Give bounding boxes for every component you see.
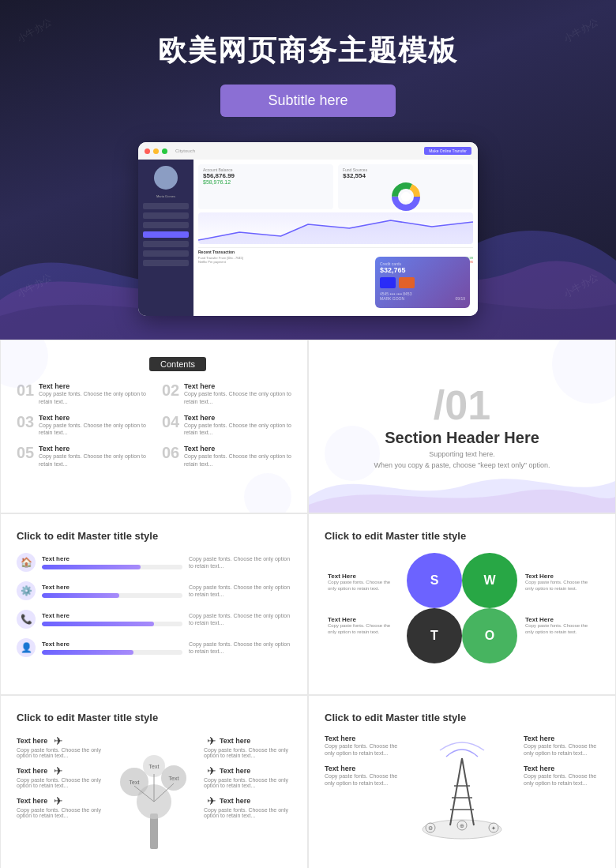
tree-left-1: Text here ✈ Copy paste fonts. Choose the…: [17, 735, 104, 758]
content-title-1: Text here: [39, 382, 146, 390]
swot-diagram: S W T O: [407, 553, 517, 663]
plane-icon-3: ✈: [54, 795, 63, 807]
slides-grid: Contents 01 Text here Copy paste fonts. …: [0, 340, 616, 868]
svg-line-18: [462, 758, 474, 825]
tree-layout: Text here ✈ Copy paste fonts. Choose the…: [17, 735, 291, 853]
person-icon: 👤: [17, 638, 36, 657]
contents-tag: Contents: [149, 357, 206, 371]
content-title-6: Text here: [184, 445, 291, 453]
subtitle-button[interactable]: Subtitle here: [220, 85, 395, 117]
bar-fill-1: [42, 565, 141, 569]
content-num-2: 02: [162, 382, 179, 406]
network-title-2: Text here: [325, 765, 400, 772]
bar-side-2: Copy paste fonts. Choose the only option…: [189, 584, 291, 598]
section-number: /01: [374, 385, 550, 426]
slide-network: Click to edit Master title style Text he…: [308, 695, 616, 868]
bar-label-3: Text here: [42, 612, 182, 619]
swot-w-title: Text Here: [525, 573, 596, 580]
bar-item-3: 📞 Text here Copy paste fonts. Choose the…: [17, 610, 291, 629]
bar-label-4: Text here: [42, 641, 182, 648]
watermark-tr: 小牛办公: [562, 15, 601, 46]
swot-label-w: Text Here Copy paste fonts. Choose the o…: [525, 573, 596, 592]
watermark-tl: 小牛办公: [15, 15, 54, 46]
bar-list: 🏠 Text here Copy paste fonts. Choose the…: [17, 553, 291, 657]
svg-text:Text: Text: [130, 780, 140, 785]
swot-area: Text Here Copy paste fonts. Choose the o…: [325, 553, 599, 663]
swot-s-letter: S: [430, 573, 439, 588]
slide-contents: Contents 01 Text here Copy paste fonts. …: [0, 340, 308, 513]
svg-text:⊕: ⊕: [460, 823, 464, 829]
bar-item-1: 🏠 Text here Copy paste fonts. Choose the…: [17, 553, 291, 572]
content-item-2: 02 Text here Copy paste fonts. Choose th…: [162, 382, 291, 406]
slide6-title: Click to edit Master title style: [17, 712, 291, 723]
swot-t-body: Copy paste fonts. Choose the only option…: [328, 623, 399, 636]
network-title-4: Text here: [524, 765, 599, 772]
bg-deco-2: [244, 473, 291, 513]
swot-label-t: Text Here Copy paste fonts. Choose the o…: [328, 616, 399, 636]
settings-icon: ⚙️: [17, 581, 36, 600]
network-item-3: Text here Copy paste fonts. Choose the o…: [524, 735, 599, 757]
swot-left-labels: Text Here Copy paste fonts. Choose the o…: [328, 573, 399, 643]
tree-left-title-1: Text here: [17, 737, 47, 745]
phone-icon: 📞: [17, 610, 36, 629]
svg-text:Text: Text: [169, 776, 179, 781]
plane-icon-5: ✈: [207, 765, 216, 777]
bar-label-2: Text here: [42, 584, 182, 591]
content-item-6: 06 Text here Copy paste fonts. Choose th…: [162, 445, 291, 468]
swot-s-title: Text Here: [328, 573, 399, 580]
bar-fill-3: [42, 622, 154, 626]
network-body-2: Copy paste fonts. Choose the only option…: [325, 772, 400, 787]
tree-right-title-3: Text here: [220, 797, 250, 805]
network-item-1: Text here Copy paste fonts. Choose the o…: [325, 735, 400, 757]
tree-left-2: Text here ✈ Copy paste fonts. Choose the…: [17, 765, 104, 788]
swot-t-letter: T: [430, 629, 438, 643]
content-body-3: Copy paste fonts. Choose the only option…: [39, 422, 146, 438]
swot-label-s: Text Here Copy paste fonts. Choose the o…: [328, 573, 399, 592]
swot-label-o: Text Here Copy paste fonts. Choose the o…: [525, 616, 596, 636]
tree-visual: Text Text Text: [111, 735, 197, 853]
contents-grid: 01 Text here Copy paste fonts. Choose th…: [17, 382, 291, 468]
supporting-text-2: When you copy & paste, choose "keep text…: [374, 461, 550, 469]
content-num-5: 05: [17, 445, 34, 468]
swot-w-circle: W: [462, 553, 517, 608]
swot-s-circle: S: [407, 553, 462, 608]
swot-o-letter: O: [485, 629, 494, 643]
tree-left-body-2: Copy paste fonts. Choose the only option…: [17, 777, 104, 788]
slide7-title: Click to edit Master title style: [325, 712, 599, 723]
hero-title: 欧美网页商务主题模板: [158, 32, 458, 70]
swot-w-letter: W: [483, 573, 495, 588]
bar-fill-4: [42, 650, 133, 655]
slide-swot: Click to edit Master title style Text He…: [308, 513, 616, 695]
bar-side-4: Copy paste fonts. Choose the only option…: [189, 641, 291, 655]
content-body-4: Copy paste fonts. Choose the only option…: [184, 422, 291, 438]
svg-line-17: [450, 758, 462, 825]
tree-right-items: ✈ Text here Copy paste fonts. Choose the…: [204, 735, 291, 825]
antenna-visual: ⚙ ✦ ⊕: [407, 735, 517, 845]
tree-left-body-1: Copy paste fonts. Choose the only option…: [17, 747, 104, 758]
content-title-4: Text here: [184, 414, 291, 422]
content-item-3: 03 Text here Copy paste fonts. Choose th…: [17, 414, 146, 438]
content-item-1: 01 Text here Copy paste fonts. Choose th…: [17, 382, 146, 406]
plane-icon-6: ✈: [207, 795, 216, 807]
network-title-1: Text here: [325, 735, 400, 742]
content-body-2: Copy paste fonts. Choose the only option…: [184, 390, 291, 406]
network-right: Text here Copy paste fonts. Choose the o…: [524, 735, 599, 795]
slide4-title: Click to edit Master title style: [17, 530, 291, 542]
network-body-3: Copy paste fonts. Choose the only option…: [524, 742, 599, 757]
content-item-4: 04 Text here Copy paste fonts. Choose th…: [162, 414, 291, 438]
svg-text:Text: Text: [149, 764, 160, 769]
plane-icon-2: ✈: [54, 765, 63, 777]
tree-right-body-3: Copy paste fonts. Choose the only option…: [204, 807, 291, 818]
credit-card-mock: Credit cards $32,765 4545 •••• •••• 8453…: [375, 257, 470, 308]
tree-left-items: Text here ✈ Copy paste fonts. Choose the…: [17, 735, 104, 825]
bar-fill-2: [42, 593, 119, 598]
tree-right-body-1: Copy paste fonts. Choose the only option…: [204, 747, 291, 758]
slide-bar-chart: Click to edit Master title style 🏠 Text …: [0, 513, 308, 695]
plane-icon-1: ✈: [54, 735, 63, 747]
content-body-6: Copy paste fonts. Choose the only option…: [184, 453, 291, 468]
tree-left-title-3: Text here: [17, 797, 47, 805]
swot-o-title: Text Here: [525, 616, 596, 623]
swot-t-circle: T: [407, 608, 462, 663]
network-layout: Text here Copy paste fonts. Choose the o…: [325, 735, 599, 845]
supporting-text-1: Supporting text here.: [374, 450, 550, 458]
